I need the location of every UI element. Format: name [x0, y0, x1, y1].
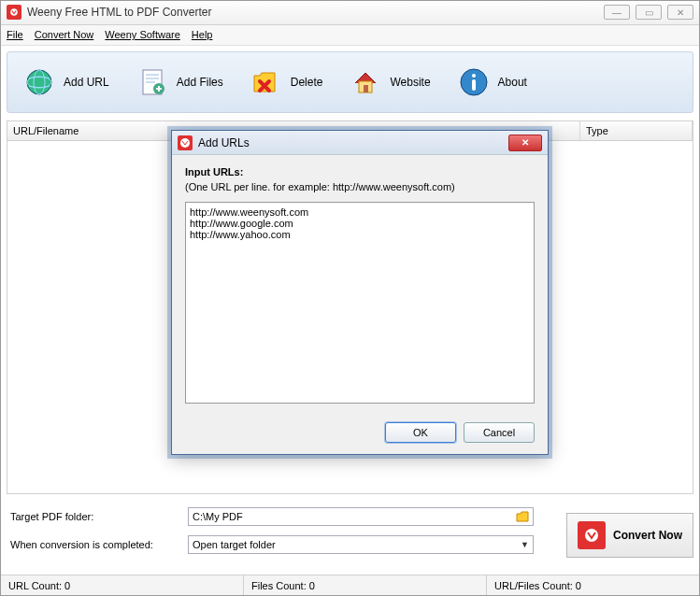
- dialog-hint: (One URL per line. for example: http://w…: [185, 181, 535, 192]
- svg-rect-4: [146, 74, 159, 76]
- website-button[interactable]: Website: [345, 62, 443, 103]
- add-files-button[interactable]: Add Files: [132, 62, 236, 103]
- add-url-button[interactable]: Add URL: [19, 62, 122, 103]
- info-icon: [457, 65, 491, 99]
- menu-convert-now[interactable]: Convert Now: [35, 29, 94, 40]
- status-files-count: Files Count: 0: [244, 575, 487, 595]
- titlebar: Weeny Free HTML to PDF Converter — ▭ ✕: [1, 1, 699, 25]
- when-completed-value: Open target folder: [193, 539, 276, 550]
- about-button[interactable]: About: [453, 62, 540, 103]
- status-total-count: URL/Files Count: 0: [487, 575, 699, 595]
- svg-rect-12: [472, 79, 476, 91]
- dialog-close-button[interactable]: ✕: [508, 135, 542, 151]
- menubar: File Convert Now Weeny Software Help: [1, 25, 699, 46]
- menu-file[interactable]: File: [7, 29, 23, 40]
- add-files-label: Add Files: [177, 76, 223, 89]
- convert-now-button[interactable]: Convert Now: [566, 513, 693, 558]
- globe-icon: [22, 65, 56, 99]
- window-buttons: — ▭ ✕: [604, 5, 693, 20]
- dialog-heading: Input URLs:: [185, 166, 535, 177]
- when-completed-label: When conversion is completed:: [10, 539, 188, 550]
- convert-icon: [578, 521, 606, 549]
- statusbar: URL Count: 0 Files Count: 0 URL/Files Co…: [1, 575, 699, 595]
- add-url-label: Add URL: [64, 76, 109, 89]
- svg-rect-9: [364, 85, 368, 92]
- website-label: Website: [390, 76, 430, 89]
- urls-textarea[interactable]: [185, 202, 535, 404]
- svg-rect-5: [146, 78, 159, 79]
- browse-folder-icon[interactable]: [514, 509, 531, 524]
- target-folder-field[interactable]: C:\My PDF: [188, 507, 534, 526]
- menu-help[interactable]: Help: [192, 29, 213, 40]
- when-completed-select[interactable]: Open target folder: [188, 535, 534, 554]
- target-folder-label: Target PDF folder:: [10, 511, 188, 522]
- dialog-title: Add URLs: [198, 136, 508, 149]
- window-title: Weeny Free HTML to PDF Converter: [27, 6, 604, 19]
- toolbar: Add URL Add Files Delete Website About: [7, 51, 693, 113]
- dialog-app-icon: [178, 135, 193, 150]
- document-icon: [136, 65, 169, 99]
- ok-button[interactable]: OK: [385, 422, 456, 443]
- folder-delete-icon: [250, 65, 283, 99]
- column-type[interactable]: Type: [580, 121, 693, 140]
- about-label: About: [498, 76, 527, 89]
- dialog-titlebar: Add URLs ✕: [172, 131, 548, 155]
- svg-rect-6: [146, 81, 155, 83]
- svg-point-0: [27, 70, 51, 94]
- convert-now-label: Convert Now: [613, 529, 682, 542]
- app-icon: [7, 5, 21, 20]
- add-urls-dialog: Add URLs ✕ Input URLs: (One URL per line…: [171, 130, 549, 455]
- svg-point-11: [472, 74, 476, 78]
- home-icon: [349, 65, 382, 99]
- svg-point-13: [180, 138, 190, 148]
- delete-label: Delete: [291, 76, 323, 89]
- maximize-button[interactable]: ▭: [636, 5, 662, 20]
- settings-panel: Target PDF folder: C:\My PDF When conver…: [7, 500, 561, 571]
- menu-weeny-software[interactable]: Weeny Software: [105, 29, 180, 40]
- status-url-count: URL Count: 0: [1, 575, 244, 595]
- cancel-button[interactable]: Cancel: [464, 422, 535, 443]
- target-folder-value: C:\My PDF: [193, 511, 243, 522]
- minimize-button[interactable]: —: [604, 5, 630, 20]
- delete-button[interactable]: Delete: [246, 62, 336, 103]
- close-button[interactable]: ✕: [667, 5, 693, 20]
